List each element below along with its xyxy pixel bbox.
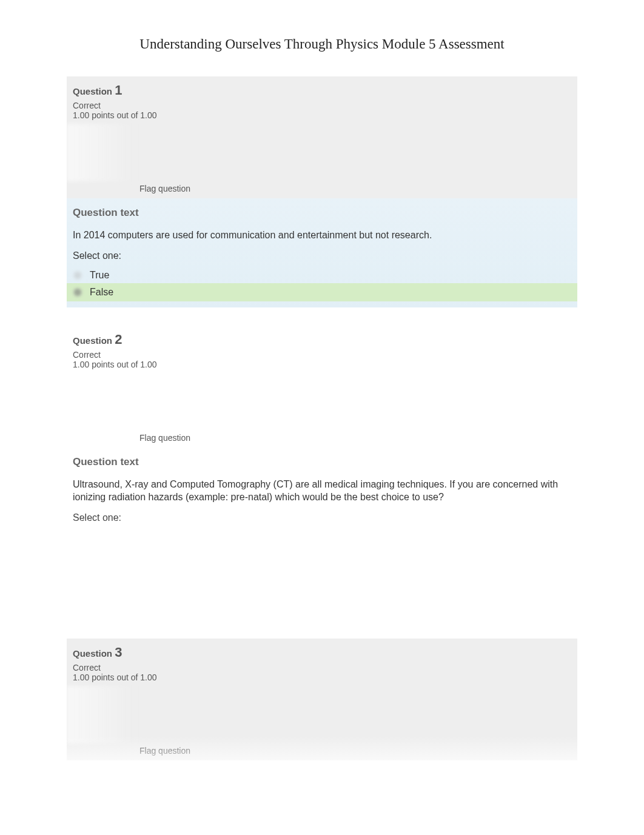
question-points: 1.00 points out of 1.00 [67,110,577,120]
question-status: Correct [67,98,577,110]
question-status: Correct [67,660,577,672]
radio-icon[interactable] [73,287,82,297]
question-header: Question 3 Correct 1.00 points out of 1.… [67,639,577,760]
question-word: Question [73,86,112,96]
flag-question-link[interactable]: Flag question [139,181,577,198]
option-label: True [90,270,109,281]
question-text-heading: Question text [67,448,577,474]
question-prompt: In 2014 computers are used for communica… [67,225,577,250]
question-body: Question text Ultrasound, X-ray and Comp… [67,448,577,535]
flag-question-link[interactable]: Flag question [139,743,577,760]
question-label: Question 2 [67,332,577,347]
question-number: 1 [115,82,122,98]
question-number: 2 [115,332,122,347]
question-block-3: Question 3 Correct 1.00 points out of 1.… [0,639,644,760]
question-prompt: Ultrasound, X-ray and Computed Tomograph… [67,474,577,512]
question-header: Question 1 Correct 1.00 points out of 1.… [67,76,577,198]
question-points: 1.00 points out of 1.00 [67,672,577,682]
question-text-heading: Question text [67,198,577,225]
question-label: Question 1 [67,82,577,98]
question-block-2: Question 2 Correct 1.00 points out of 1.… [0,326,644,620]
page-title: Understanding Ourselves Through Physics … [0,0,644,76]
option-label: False [90,287,113,298]
question-word: Question [73,335,112,346]
question-number: 3 [115,645,122,660]
option-true[interactable]: True [67,267,577,283]
question-points: 1.00 points out of 1.00 [67,360,577,369]
blur-placeholder [67,124,137,181]
select-one-label: Select one: [67,250,577,267]
option-false[interactable]: False [67,283,577,301]
question-word: Question [73,648,112,659]
question-label: Question 3 [67,645,577,660]
radio-icon[interactable] [73,270,82,280]
question-body: Question text In 2014 computers are used… [67,198,577,307]
flag-question-link[interactable]: Flag question [139,431,577,448]
blur-placeholder [67,373,137,431]
select-one-label: Select one: [67,512,577,529]
blur-placeholder [67,535,577,620]
question-status: Correct [67,347,577,360]
question-block-1: Question 1 Correct 1.00 points out of 1.… [0,76,644,307]
blur-placeholder [67,686,137,743]
question-header: Question 2 Correct 1.00 points out of 1.… [67,326,577,448]
